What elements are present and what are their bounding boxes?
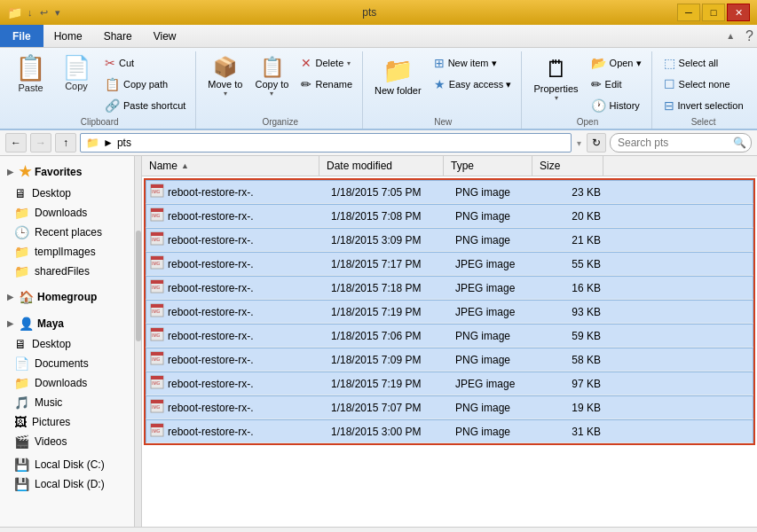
up-button[interactable]: ↑ bbox=[55, 133, 76, 153]
menu-view[interactable]: View bbox=[143, 27, 187, 46]
col-header-type[interactable]: Type bbox=[444, 156, 532, 176]
file-date: 1/18/2015 7:07 PM bbox=[324, 400, 448, 416]
refresh-button[interactable]: ↻ bbox=[587, 133, 606, 153]
sidebar-favorites-header[interactable]: ▶ ★ Favorites bbox=[0, 160, 134, 184]
history-button[interactable]: 🕐 History bbox=[587, 96, 646, 115]
svg-rect-31 bbox=[151, 424, 163, 427]
minimize-button[interactable]: ─ bbox=[677, 4, 700, 21]
search-input[interactable] bbox=[610, 133, 752, 153]
quick-undo-btn[interactable]: ↩ bbox=[38, 7, 50, 19]
open-small-col: 📂 Open ▾ ✏ Edit 🕐 History bbox=[587, 53, 646, 115]
close-button[interactable]: ✕ bbox=[727, 4, 750, 21]
copy-path-button[interactable]: 📋 Copy path bbox=[100, 74, 190, 94]
quick-dropdown-btn[interactable]: ▾ bbox=[53, 7, 62, 19]
paste-shortcut-button[interactable]: 🔗 Paste shortcut bbox=[100, 96, 190, 115]
edit-button[interactable]: ✏ Edit bbox=[587, 74, 646, 94]
sidebar-item-templimages[interactable]: 📁 templImages bbox=[0, 242, 134, 262]
search-icon: 🔍 bbox=[733, 137, 746, 149]
maya-music-icon: 🎵 bbox=[14, 395, 29, 410]
quick-save-btn[interactable]: ↓ bbox=[26, 7, 35, 18]
svg-rect-10 bbox=[151, 256, 163, 260]
desktop-label: Desktop bbox=[32, 187, 71, 200]
copy-button[interactable]: 📄 Copy bbox=[56, 53, 97, 94]
sidebar-scrollbar[interactable] bbox=[134, 156, 141, 527]
table-row[interactable]: IMGreboot-restore-rx-.1/18/2015 7:18 PMJ… bbox=[146, 276, 753, 300]
sidebar-homegroup-header[interactable]: ▶ 🏠 Homegroup bbox=[0, 286, 134, 308]
invert-selection-button[interactable]: ⊟ Invert selection bbox=[659, 96, 748, 115]
table-row[interactable]: IMGreboot-restore-rx-.1/18/2015 7:17 PMJ… bbox=[146, 252, 753, 276]
file-type: JPEG image bbox=[448, 304, 537, 320]
address-path[interactable]: 📁 ► pts bbox=[80, 133, 572, 153]
select-all-button[interactable]: ⬚ Select all bbox=[659, 53, 748, 73]
table-row[interactable]: IMGreboot-restore-rx-.1/18/2015 7:05 PMP… bbox=[146, 180, 753, 204]
ribbon-group-open: 🗒 Properties ▾ 📂 Open ▾ ✏ Edit 🕐 History bbox=[524, 51, 651, 129]
col-header-size[interactable]: Size bbox=[532, 156, 603, 176]
table-row[interactable]: IMGreboot-restore-rx-.1/18/2015 7:08 PMP… bbox=[146, 204, 753, 228]
edit-icon: ✏ bbox=[591, 77, 602, 91]
menu-file[interactable]: File bbox=[0, 25, 43, 47]
sidebar-maya-header[interactable]: ▶ 👤 Maya bbox=[0, 313, 134, 334]
col-header-date[interactable]: Date modified bbox=[319, 156, 444, 176]
table-row[interactable]: IMGreboot-restore-rx-.1/18/2015 7:06 PMP… bbox=[146, 324, 753, 348]
svg-rect-25 bbox=[151, 376, 163, 379]
sidebar-maya-videos[interactable]: 🎬 Videos bbox=[0, 432, 134, 451]
open-button[interactable]: 📂 Open ▾ bbox=[587, 53, 646, 73]
file-selection-box: IMGreboot-restore-rx-.1/18/2015 7:05 PMP… bbox=[144, 178, 755, 445]
paste-button[interactable]: 📋 Paste bbox=[9, 53, 52, 96]
table-row[interactable]: IMGreboot-restore-rx-.1/18/2015 3:00 PMP… bbox=[146, 419, 753, 443]
svg-text:IMG: IMG bbox=[152, 332, 161, 338]
sidebar-maya-downloads[interactable]: 📁 Downloads bbox=[0, 373, 134, 393]
svg-rect-4 bbox=[151, 208, 163, 212]
easy-access-button[interactable]: ★ Easy access ▾ bbox=[430, 74, 516, 94]
ribbon: 📋 Paste 📄 Copy ✂ Cut 📋 Copy path 🔗 bbox=[0, 48, 757, 130]
path-dropdown-arrow[interactable]: ▾ bbox=[575, 138, 583, 148]
table-row[interactable]: IMGreboot-restore-rx-.1/18/2015 7:19 PMJ… bbox=[146, 300, 753, 324]
file-size: 58 KB bbox=[537, 352, 608, 368]
table-row[interactable]: IMGreboot-restore-rx-.1/18/2015 7:09 PMP… bbox=[146, 348, 753, 372]
table-row[interactable]: IMGreboot-restore-rx-.1/18/2015 7:19 PMJ… bbox=[146, 372, 753, 395]
file-name-cell: IMGreboot-restore-rx-. bbox=[146, 301, 324, 322]
select-none-button[interactable]: ☐ Select none bbox=[659, 74, 748, 94]
properties-button[interactable]: 🗒 Properties ▾ bbox=[529, 53, 582, 105]
move-to-button[interactable]: 📦 Move to ▾ bbox=[203, 53, 247, 100]
menu-home[interactable]: Home bbox=[43, 27, 93, 46]
maximize-button[interactable]: □ bbox=[702, 4, 725, 21]
new-item-button[interactable]: ⊞ New item ▾ bbox=[430, 53, 516, 73]
table-row[interactable]: IMGreboot-restore-rx-.1/18/2015 3:09 PMP… bbox=[146, 228, 753, 252]
ribbon-group-organize: 📦 Move to ▾ 📋 Copy to ▾ ✕ Delete ▾ ✏ Ren… bbox=[198, 51, 363, 129]
rename-button[interactable]: ✏ Rename bbox=[296, 74, 357, 94]
svg-text:IMG: IMG bbox=[152, 285, 161, 290]
sidebar-maya-desktop[interactable]: 🖥 Desktop bbox=[0, 334, 134, 354]
help-button[interactable]: ? bbox=[742, 28, 757, 44]
file-type: JPEG image bbox=[448, 280, 537, 296]
sidebar-item-sharedfiles[interactable]: 📁 sharedFiles bbox=[0, 262, 134, 281]
file-size: 55 KB bbox=[537, 256, 608, 272]
delete-button[interactable]: ✕ Delete ▾ bbox=[296, 53, 357, 73]
copy-to-button[interactable]: 📋 Copy to ▾ bbox=[250, 53, 293, 100]
forward-button[interactable]: → bbox=[30, 133, 51, 153]
sidebar-item-recent[interactable]: 🕒 Recent places bbox=[0, 223, 134, 242]
window-controls: ─ □ ✕ bbox=[677, 4, 750, 21]
homegroup-chevron: ▶ bbox=[7, 293, 13, 301]
sidebar-maya-documents[interactable]: 📄 Documents bbox=[0, 354, 134, 373]
svg-text:IMG: IMG bbox=[152, 237, 161, 242]
menu-share[interactable]: Share bbox=[93, 27, 143, 46]
cut-button[interactable]: ✂ Cut bbox=[100, 53, 190, 73]
file-name: reboot-restore-rx-. bbox=[168, 402, 254, 414]
svg-rect-1 bbox=[151, 184, 163, 188]
table-row[interactable]: IMGreboot-restore-rx-.1/18/2015 7:07 PMP… bbox=[146, 395, 753, 419]
sidebar-maya-music[interactable]: 🎵 Music bbox=[0, 393, 134, 412]
file-name: reboot-restore-rx-. bbox=[168, 282, 254, 294]
back-button[interactable]: ← bbox=[5, 133, 27, 153]
organize-label: Organize bbox=[203, 115, 357, 129]
sidebar-item-desktop[interactable]: 🖥 Desktop bbox=[0, 184, 134, 203]
sidebar-disk-d[interactable]: 💾 Local Disk (D:) bbox=[0, 474, 134, 494]
menu-scroll-up[interactable]: ▲ bbox=[726, 31, 742, 41]
sidebar-item-downloads[interactable]: 📁 Downloads bbox=[0, 203, 134, 223]
new-folder-icon: 📁 bbox=[382, 56, 414, 85]
col-header-name[interactable]: Name ▲ bbox=[142, 156, 319, 176]
sidebar-disk-c[interactable]: 💾 Local Disk (C:) bbox=[0, 455, 134, 474]
sidebar-maya-pictures[interactable]: 🖼 Pictures bbox=[0, 412, 134, 432]
new-folder-button[interactable]: 📁 New folder bbox=[370, 53, 426, 98]
file-type: PNG image bbox=[448, 232, 537, 248]
